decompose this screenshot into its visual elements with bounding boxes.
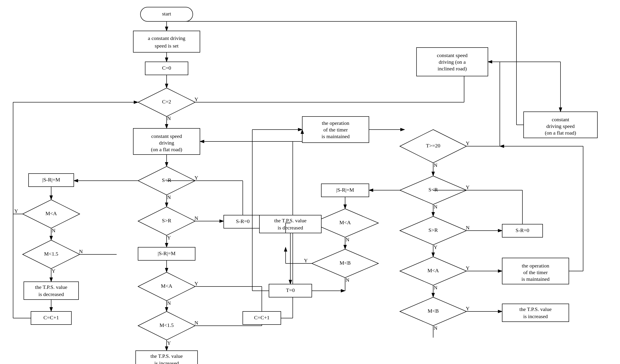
sr2-y-label: Y bbox=[466, 184, 470, 190]
mb1-n-label: N bbox=[346, 277, 349, 283]
sgr2-n-label: N bbox=[466, 225, 470, 231]
tps-inc-1-2: is increased bbox=[523, 313, 548, 319]
flowchart-svg: start a constant driving speed is set C=… bbox=[0, 0, 620, 364]
sgr2-y-label: Y bbox=[434, 244, 437, 250]
ma4-y-label: Y bbox=[466, 265, 470, 271]
tps-dec-1-1: the T.P.S. value bbox=[35, 284, 67, 290]
abs-sr-m1-label: |S-R|=M bbox=[42, 177, 60, 183]
sr0-1-label: S-R=0 bbox=[236, 218, 250, 224]
ma2-y-label: Y bbox=[194, 280, 198, 287]
tps-dec-2-1: the T.P.S. value bbox=[274, 218, 306, 223]
csd-flat-3: (on a flat road) bbox=[151, 146, 182, 152]
ma1-n-label: N bbox=[52, 228, 55, 233]
m15-1-n-label: N bbox=[79, 248, 83, 254]
t20-y-label: Y bbox=[466, 140, 470, 146]
cds-flat-right-2: driving speed bbox=[546, 123, 574, 129]
m15-2-n-label: N bbox=[194, 320, 198, 326]
timer-maint-1-1: the operation bbox=[322, 120, 349, 126]
sr1-n-label: N bbox=[167, 194, 171, 200]
ma1-label: M<A bbox=[46, 210, 57, 216]
ma3-n-label: N bbox=[346, 237, 349, 243]
m15-1-y-label: Y bbox=[52, 268, 55, 274]
cc1-1-label: C=C+1 bbox=[43, 315, 59, 320]
flowchart-canvas: start a constant driving speed is set C=… bbox=[0, 0, 620, 364]
csd-flat-2: driving bbox=[159, 140, 174, 146]
m15-2-label: M<1.5 bbox=[159, 322, 173, 328]
c2-n-label: N bbox=[167, 115, 171, 121]
tps-inc-2-2: is increased bbox=[154, 360, 179, 364]
c2-label: C=2 bbox=[162, 99, 171, 105]
sr0-2-label: S-R=0 bbox=[515, 227, 529, 233]
t20-n-label: N bbox=[434, 162, 437, 168]
abs-sr-m3-label: |S-R|=M bbox=[336, 187, 354, 193]
csd-flat-1: constant speed bbox=[151, 133, 182, 139]
mb2-y-label: Y bbox=[466, 306, 470, 311]
sr1-label: S<R bbox=[162, 177, 171, 183]
t0-label: T=0 bbox=[286, 287, 295, 293]
start-label: start bbox=[162, 11, 171, 17]
sgr2-label: S>R bbox=[428, 227, 438, 233]
m15-2-y-label: Y bbox=[167, 340, 171, 346]
timer-maint-1-3: is maintained bbox=[322, 133, 350, 139]
ma3-label: M<A bbox=[339, 219, 351, 225]
cc1-2-label: C=C+1 bbox=[254, 315, 269, 320]
timer-maint-1-2: of the timer bbox=[324, 127, 348, 133]
mb2-n-label: N bbox=[434, 325, 437, 331]
sgr1-n-label: N bbox=[194, 215, 198, 221]
csd-inclined-2: driving (on a bbox=[439, 59, 466, 65]
ma1-y-label: Y bbox=[14, 208, 18, 214]
cds-node bbox=[133, 31, 200, 52]
tps-dec-1-2: is decreased bbox=[39, 291, 64, 297]
csd-inclined-1: constant speed bbox=[437, 52, 468, 58]
cds-label-1: a constant driving bbox=[148, 35, 186, 41]
sgr1-label: S>R bbox=[162, 218, 171, 223]
sr2-n-label: N bbox=[434, 204, 437, 210]
tps-dec-2-2: is decreased bbox=[278, 225, 303, 231]
m15-1-label: M<1.5 bbox=[44, 251, 58, 257]
ma4-label: M<A bbox=[427, 267, 439, 273]
sr1-y-label: Y bbox=[194, 175, 198, 181]
sgr1-y-label: Y bbox=[167, 235, 171, 241]
cds-flat-right-3: (on a flat road) bbox=[545, 130, 576, 136]
timer-maint-2-1: the operation bbox=[522, 263, 549, 269]
cds-flat-right-1: constant bbox=[552, 116, 569, 122]
mb2-label: M<B bbox=[428, 308, 439, 314]
mb1-y-label: Y bbox=[304, 258, 308, 263]
ma2-n-label: N bbox=[167, 300, 171, 306]
abs-sr-m2-label: |S-R|=M bbox=[157, 250, 175, 256]
cds-label-2: speed is set bbox=[155, 43, 179, 49]
mb1-label: M<B bbox=[340, 260, 351, 266]
tps-inc-1-1: the T.P.S. value bbox=[519, 306, 551, 312]
timer-maint-2-3: is maintained bbox=[522, 276, 550, 282]
c0-label: C=0 bbox=[162, 65, 171, 71]
t20-label: T>=20 bbox=[426, 143, 440, 149]
ma2-label: M<A bbox=[161, 283, 172, 289]
timer-maint-2-2: of the timer bbox=[523, 269, 548, 275]
c2-y-label: Y bbox=[194, 96, 198, 102]
csd-inclined-3: inclined road) bbox=[438, 66, 467, 72]
sr2-label: S<R bbox=[428, 187, 438, 193]
ma4-n-label: N bbox=[434, 285, 437, 291]
tps-inc-2-1: the T.P.S. value bbox=[150, 353, 183, 359]
